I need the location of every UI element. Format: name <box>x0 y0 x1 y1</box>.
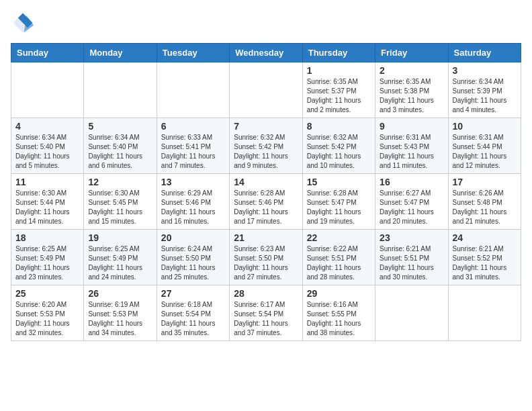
calendar-cell: 1Sunrise: 6:35 AM Sunset: 5:37 PM Daylig… <box>302 62 375 118</box>
day-info: Sunrise: 6:35 AM Sunset: 5:38 PM Dayligh… <box>380 77 443 115</box>
day-info: Sunrise: 6:34 AM Sunset: 5:40 PM Dayligh… <box>15 133 79 171</box>
day-number: 6 <box>161 121 225 132</box>
calendar-cell: 19Sunrise: 6:25 AM Sunset: 5:49 PM Dayli… <box>84 230 157 285</box>
day-info: Sunrise: 6:33 AM Sunset: 5:41 PM Dayligh… <box>161 133 225 171</box>
day-number: 5 <box>88 121 152 132</box>
day-number: 10 <box>453 121 517 132</box>
day-info: Sunrise: 6:19 AM Sunset: 5:53 PM Dayligh… <box>88 300 152 338</box>
weekday-header-wednesday: Wednesday <box>230 44 302 62</box>
page-header <box>11 11 521 35</box>
day-number: 25 <box>15 288 79 299</box>
day-info: Sunrise: 6:30 AM Sunset: 5:45 PM Dayligh… <box>88 189 152 226</box>
calendar-cell: 25Sunrise: 6:20 AM Sunset: 5:53 PM Dayli… <box>11 285 84 341</box>
calendar-cell: 14Sunrise: 6:28 AM Sunset: 5:46 PM Dayli… <box>230 174 302 230</box>
calendar-cell <box>11 62 84 118</box>
day-number: 8 <box>307 121 371 132</box>
day-info: Sunrise: 6:28 AM Sunset: 5:47 PM Dayligh… <box>307 189 371 226</box>
calendar-week-row-5: 25Sunrise: 6:20 AM Sunset: 5:53 PM Dayli… <box>11 285 521 341</box>
logo-icon <box>11 11 35 35</box>
day-info: Sunrise: 6:27 AM Sunset: 5:47 PM Dayligh… <box>380 189 443 226</box>
calendar-cell: 23Sunrise: 6:21 AM Sunset: 5:51 PM Dayli… <box>375 230 448 285</box>
weekday-header-saturday: Saturday <box>448 44 521 62</box>
calendar-cell: 22Sunrise: 6:22 AM Sunset: 5:51 PM Dayli… <box>302 230 375 285</box>
day-number: 13 <box>161 177 225 187</box>
calendar-cell: 11Sunrise: 6:30 AM Sunset: 5:44 PM Dayli… <box>11 174 84 230</box>
day-info: Sunrise: 6:28 AM Sunset: 5:46 PM Dayligh… <box>234 189 298 226</box>
day-info: Sunrise: 6:34 AM Sunset: 5:39 PM Dayligh… <box>453 77 517 115</box>
day-info: Sunrise: 6:17 AM Sunset: 5:54 PM Dayligh… <box>234 300 298 338</box>
day-number: 7 <box>234 121 298 132</box>
day-info: Sunrise: 6:18 AM Sunset: 5:54 PM Dayligh… <box>161 300 225 338</box>
calendar-cell: 16Sunrise: 6:27 AM Sunset: 5:47 PM Dayli… <box>375 174 448 230</box>
day-number: 22 <box>307 232 371 243</box>
day-info: Sunrise: 6:25 AM Sunset: 5:49 PM Dayligh… <box>15 244 79 282</box>
calendar-cell: 27Sunrise: 6:18 AM Sunset: 5:54 PM Dayli… <box>157 285 229 341</box>
day-info: Sunrise: 6:31 AM Sunset: 5:44 PM Dayligh… <box>453 133 517 171</box>
calendar-cell: 21Sunrise: 6:23 AM Sunset: 5:50 PM Dayli… <box>230 230 302 285</box>
day-info: Sunrise: 6:29 AM Sunset: 5:46 PM Dayligh… <box>161 189 225 226</box>
calendar-week-row-4: 18Sunrise: 6:25 AM Sunset: 5:49 PM Dayli… <box>11 230 521 285</box>
day-number: 15 <box>307 177 371 187</box>
day-number: 20 <box>161 232 225 243</box>
weekday-header-friday: Friday <box>375 44 448 62</box>
day-number: 29 <box>307 288 371 299</box>
day-info: Sunrise: 6:31 AM Sunset: 5:43 PM Dayligh… <box>380 133 443 171</box>
day-info: Sunrise: 6:34 AM Sunset: 5:40 PM Dayligh… <box>88 133 152 171</box>
day-number: 4 <box>15 121 79 132</box>
calendar-cell: 29Sunrise: 6:16 AM Sunset: 5:55 PM Dayli… <box>302 285 375 341</box>
calendar-week-row-3: 11Sunrise: 6:30 AM Sunset: 5:44 PM Dayli… <box>11 174 521 230</box>
day-info: Sunrise: 6:30 AM Sunset: 5:44 PM Dayligh… <box>15 189 79 226</box>
day-number: 17 <box>453 177 517 187</box>
day-number: 28 <box>234 288 298 299</box>
logo <box>11 11 38 35</box>
calendar-cell: 7Sunrise: 6:32 AM Sunset: 5:42 PM Daylig… <box>230 118 302 174</box>
day-info: Sunrise: 6:21 AM Sunset: 5:52 PM Dayligh… <box>453 244 517 282</box>
calendar-cell: 2Sunrise: 6:35 AM Sunset: 5:38 PM Daylig… <box>375 62 448 118</box>
day-number: 12 <box>88 177 152 187</box>
day-number: 2 <box>380 65 443 76</box>
calendar-table: SundayMondayTuesdayWednesdayThursdayFrid… <box>11 43 521 341</box>
day-info: Sunrise: 6:20 AM Sunset: 5:53 PM Dayligh… <box>15 300 79 338</box>
calendar-cell <box>84 62 157 118</box>
calendar-week-row-1: 1Sunrise: 6:35 AM Sunset: 5:37 PM Daylig… <box>11 62 521 118</box>
calendar-cell <box>375 285 448 341</box>
calendar-cell: 4Sunrise: 6:34 AM Sunset: 5:40 PM Daylig… <box>11 118 84 174</box>
calendar-cell: 8Sunrise: 6:32 AM Sunset: 5:42 PM Daylig… <box>302 118 375 174</box>
calendar-cell: 15Sunrise: 6:28 AM Sunset: 5:47 PM Dayli… <box>302 174 375 230</box>
day-number: 23 <box>380 232 443 243</box>
day-number: 21 <box>234 232 298 243</box>
day-number: 3 <box>453 65 517 76</box>
weekday-header-sunday: Sunday <box>11 44 84 62</box>
day-number: 1 <box>307 65 371 76</box>
weekday-header-tuesday: Tuesday <box>157 44 229 62</box>
weekday-header-row: SundayMondayTuesdayWednesdayThursdayFrid… <box>11 44 521 62</box>
calendar-cell: 13Sunrise: 6:29 AM Sunset: 5:46 PM Dayli… <box>157 174 229 230</box>
day-number: 26 <box>88 288 152 299</box>
day-info: Sunrise: 6:32 AM Sunset: 5:42 PM Dayligh… <box>234 133 298 171</box>
calendar-cell <box>157 62 229 118</box>
weekday-header-monday: Monday <box>84 44 157 62</box>
calendar-cell: 28Sunrise: 6:17 AM Sunset: 5:54 PM Dayli… <box>230 285 302 341</box>
weekday-header-thursday: Thursday <box>302 44 375 62</box>
day-number: 24 <box>453 232 517 243</box>
day-info: Sunrise: 6:35 AM Sunset: 5:37 PM Dayligh… <box>307 77 371 115</box>
day-number: 19 <box>88 232 152 243</box>
calendar-cell: 24Sunrise: 6:21 AM Sunset: 5:52 PM Dayli… <box>448 230 521 285</box>
calendar-cell: 26Sunrise: 6:19 AM Sunset: 5:53 PM Dayli… <box>84 285 157 341</box>
day-number: 16 <box>380 177 443 187</box>
calendar-cell: 20Sunrise: 6:24 AM Sunset: 5:50 PM Dayli… <box>157 230 229 285</box>
day-info: Sunrise: 6:23 AM Sunset: 5:50 PM Dayligh… <box>234 244 298 282</box>
day-number: 9 <box>380 121 443 132</box>
day-number: 14 <box>234 177 298 187</box>
calendar-cell: 10Sunrise: 6:31 AM Sunset: 5:44 PM Dayli… <box>448 118 521 174</box>
day-info: Sunrise: 6:25 AM Sunset: 5:49 PM Dayligh… <box>88 244 152 282</box>
calendar-cell <box>448 285 521 341</box>
calendar-cell: 12Sunrise: 6:30 AM Sunset: 5:45 PM Dayli… <box>84 174 157 230</box>
calendar-cell <box>230 62 302 118</box>
day-info: Sunrise: 6:21 AM Sunset: 5:51 PM Dayligh… <box>380 244 443 282</box>
calendar-cell: 6Sunrise: 6:33 AM Sunset: 5:41 PM Daylig… <box>157 118 229 174</box>
calendar-week-row-2: 4Sunrise: 6:34 AM Sunset: 5:40 PM Daylig… <box>11 118 521 174</box>
day-info: Sunrise: 6:22 AM Sunset: 5:51 PM Dayligh… <box>307 244 371 282</box>
calendar-cell: 18Sunrise: 6:25 AM Sunset: 5:49 PM Dayli… <box>11 230 84 285</box>
day-number: 11 <box>15 177 79 187</box>
